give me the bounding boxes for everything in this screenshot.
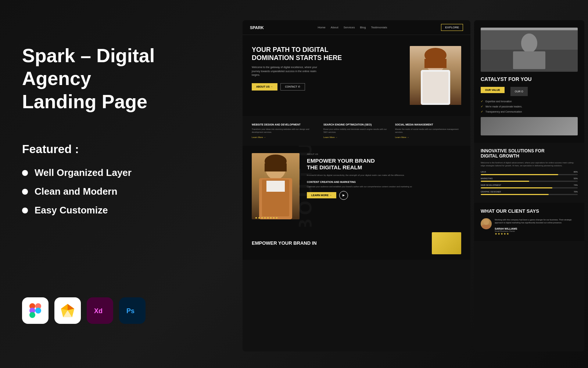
about-person — [252, 153, 300, 219]
site2-hero-img-inner — [481, 28, 578, 72]
value-text-3: Transparency and Communication — [485, 110, 522, 113]
site-logo: SPARK — [250, 25, 264, 30]
featured-section: Featured : Well Organized Layer Clean an… — [22, 142, 217, 216]
bottom-teaser: EMPOWER YOUR BRAND IN — [243, 227, 470, 260]
site2-hero-img — [481, 28, 578, 72]
uiux-pct: 80% — [574, 171, 578, 173]
marketing-label: MARKETING — [481, 177, 493, 180]
testimonial-content: Working with this company had been a gam… — [495, 218, 578, 236]
explore-button[interactable]: EXPLORE — [441, 24, 463, 31]
graphic-fill — [481, 194, 549, 195]
about-eyebrow: ABOUT US — [307, 153, 461, 155]
bullet-2 — [22, 189, 28, 195]
check-icon-1: ✓ — [481, 100, 483, 103]
svg-rect-15 — [423, 72, 448, 103]
contact-button[interactable]: CONTACT ✆ — [280, 83, 305, 91]
nav-testimonials[interactable]: Testimonials — [371, 26, 387, 29]
svg-text:Ps: Ps — [126, 307, 135, 315]
uiux-label: UI/UX — [481, 171, 486, 173]
check-icon-3: ✓ — [481, 110, 483, 113]
svg-rect-23 — [266, 181, 285, 192]
progress-uiux: UI/UX 80% — [481, 171, 578, 175]
about-service-desc: Captivate your audience and establish yo… — [307, 185, 461, 188]
feature-text-1: Well Organized Layer — [35, 167, 132, 178]
left-panel: Spark – Digital AgencyLanding Page Featu… — [0, 0, 239, 368]
webdev-pct: 74% — [574, 184, 578, 186]
webdev-label: WEB DEVELOPMENT — [481, 184, 501, 186]
site-nav: SPARK Home About Services Blog Testimoni… — [243, 20, 470, 35]
site2-values: ✓ Expertise and Innovation ✓ We're made … — [481, 100, 578, 113]
service-seo-title: SEARCH ENGINE OPTIMIZATION (SEO) — [323, 123, 390, 126]
feature-item-1: Well Organized Layer — [22, 167, 217, 178]
hero-title: YOUR PATH TO DIGITALDOMINATION STARTS HE… — [252, 46, 402, 62]
about-watermark: ABOUT US — [295, 146, 316, 227]
service-social-link[interactable]: Learn More → — [395, 136, 461, 138]
graphic-label: GRAPHIC DESIGNER — [481, 191, 501, 193]
bottom-image-yellow — [432, 232, 461, 254]
xd-icon: Xd — [87, 297, 113, 324]
svg-rect-22 — [265, 163, 287, 171]
feature-text-3: Easy Customize — [35, 205, 108, 216]
site2-small-img — [481, 117, 578, 135]
webdev-track — [481, 187, 578, 188]
nav-about[interactable]: About — [331, 26, 338, 29]
play-button[interactable]: ▶ — [339, 191, 348, 200]
testimonial-avatar — [481, 218, 492, 229]
marketing-fill — [481, 181, 529, 182]
site2-hero-title: CATALYST FOR YOU — [481, 76, 578, 82]
service-web: WEBSITE DESIGN AND DEVELOPMENT Transform… — [252, 123, 318, 138]
service-social-title: SOCIAL MEDIA MANAGEMENT — [395, 123, 461, 126]
svg-text:Xd: Xd — [94, 307, 103, 315]
value-text-1: Expertise and Innovation — [485, 100, 512, 103]
service-seo-link[interactable]: Learn More → — [323, 136, 390, 138]
svg-rect-17 — [424, 59, 447, 68]
site2-hero-btns: OUR VALUE OUR O — [481, 87, 578, 96]
hero-image — [410, 46, 461, 105]
feature-item-3: Easy Customize — [22, 205, 217, 216]
about-desc: In a world driven by digital connectivit… — [307, 174, 461, 177]
svg-point-28 — [483, 219, 489, 225]
our-value-button[interactable]: OUR VALUE — [481, 87, 505, 93]
uiux-fill — [481, 174, 558, 175]
nav-blog[interactable]: Blog — [360, 26, 366, 29]
uiux-track — [481, 174, 578, 175]
secondary-preview: CATALYST FOR YOU OUR VALUE OUR O ✓ Exper… — [474, 20, 584, 351]
feature-text-2: Clean and Modern — [35, 186, 117, 197]
bullet-3 — [22, 208, 28, 213]
value-3: ✓ Transparency and Communication — [481, 110, 578, 113]
nav-home[interactable]: Home — [318, 26, 325, 29]
main-preview: SPARK Home About Services Blog Testimoni… — [243, 20, 470, 351]
growth-title: INNOVATIVE SOLUTIONS FORDIGITAL GROWTH — [481, 148, 578, 159]
site2-hero: CATALYST FOR YOU OUR VALUE OUR O ✓ Exper… — [474, 20, 584, 143]
our-button[interactable]: OUR O — [510, 87, 528, 96]
marketing-pct: 50% — [574, 177, 578, 180]
hero-person — [410, 46, 461, 105]
figma-icon — [22, 297, 49, 324]
marketing-track — [481, 181, 578, 182]
service-web-title: WEBSITE DESIGN AND DEVELOPMENT — [252, 123, 318, 126]
progress-marketing: MARKETING 50% — [481, 177, 578, 182]
testimonial-name: SARAH WILLIAMS — [495, 227, 578, 230]
svg-point-26 — [521, 33, 537, 53]
about-buttons: LEARN MORE → ▶ — [307, 191, 461, 200]
site-about: ABOUT US — [243, 146, 470, 227]
testimonials-title: WHAT OUR CLIENT SAYS — [481, 208, 578, 214]
dots-decoration — [255, 217, 278, 219]
nav-services[interactable]: Services — [344, 26, 355, 29]
about-image — [252, 153, 300, 219]
svg-rect-29 — [482, 225, 491, 229]
service-social: SOCIAL MEDIA MANAGEMENT Master the realm… — [395, 123, 461, 138]
progress-webdev: WEB DEVELOPMENT 74% — [481, 184, 578, 188]
hero-text: YOUR PATH TO DIGITALDOMINATION STARTS HE… — [252, 46, 402, 91]
site-nav-links: Home About Services Blog Testimonials — [318, 26, 387, 29]
about-us-button[interactable]: ABOUT US → — [252, 83, 277, 91]
about-service-title: CONTENT CREATION AND MARKETING — [307, 181, 461, 183]
site2-testimonials: WHAT OUR CLIENT SAYS Working with this c… — [474, 203, 584, 241]
progress-graphic: GRAPHIC DESIGNER 70% — [481, 191, 578, 195]
site2-growth: INNOVATIVE SOLUTIONS FORDIGITAL GROWTH W… — [474, 143, 584, 203]
service-web-link[interactable]: Learn More → — [252, 136, 318, 138]
graphic-track — [481, 194, 578, 195]
feature-list: Well Organized Layer Clean and Modern Ea… — [22, 167, 217, 216]
value-text-2: We're made of passionate leaders. — [485, 105, 522, 108]
service-social-desc: Master the realm of social media with ou… — [395, 128, 461, 134]
